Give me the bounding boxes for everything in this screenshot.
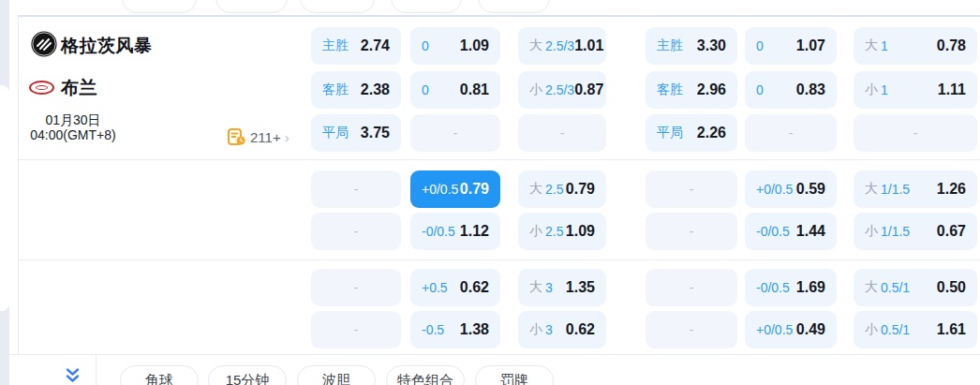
odds-value: 0.62 xyxy=(460,279,489,296)
away-team-logo xyxy=(29,81,54,95)
odds-cell[interactable]: 小2.5/30.87 xyxy=(518,71,606,109)
odds-cell[interactable]: +0/0.50.59 xyxy=(745,170,837,208)
odds-prefix: 小 xyxy=(865,321,878,338)
odds-label: -0/0.5 xyxy=(756,280,790,295)
odds-cell[interactable]: 小2.51.09 xyxy=(518,213,606,250)
odds-label: 小2.5/3 xyxy=(529,81,574,98)
odds-prefix: 小 xyxy=(529,223,542,240)
odds-prefix: 大 xyxy=(529,279,542,296)
top-market-pill[interactable] xyxy=(122,0,197,13)
odds-cell[interactable]: 客胜2.96 xyxy=(646,71,737,109)
odds-cell[interactable]: -0/0.51.44 xyxy=(745,213,837,250)
more-markets-count: 211+ xyxy=(250,129,281,145)
odds-value: 0.49 xyxy=(796,321,825,338)
dash: - xyxy=(354,280,359,295)
odds-cell[interactable]: 大2.50.79 xyxy=(518,170,606,208)
stats-odds-icon xyxy=(228,128,246,146)
odds-label: 0 xyxy=(756,82,764,97)
betting-match-row: 格拉茨风暴 布兰 01月30日 04:00(GMT+8) 211+ › 主胜2.… xyxy=(0,0,980,385)
collapse-button[interactable] xyxy=(58,368,86,385)
odds-label: +0.5 xyxy=(422,280,448,295)
odds-cell-empty: - xyxy=(854,114,977,152)
dash: - xyxy=(690,224,694,239)
odds-value: 1.07 xyxy=(796,37,825,54)
footer-tab-5[interactable]: 罚牌 xyxy=(475,365,554,385)
odds-value: 1.38 xyxy=(460,321,489,338)
odds-cell[interactable]: -0/0.51.69 xyxy=(745,269,837,306)
odds-value: 1.09 xyxy=(566,223,595,240)
odds-cell-empty: - xyxy=(646,311,737,348)
odds-label: 0 xyxy=(756,38,764,53)
odds-value: 0.78 xyxy=(937,37,966,54)
top-market-pill[interactable] xyxy=(391,0,462,13)
odds-cell[interactable]: 主胜3.30 xyxy=(646,27,737,65)
odds-value: 0.79 xyxy=(460,181,489,198)
odds-cell[interactable]: 大10.78 xyxy=(854,27,977,65)
more-markets-link[interactable]: 211+ › xyxy=(228,128,290,146)
odds-prefix: 大 xyxy=(529,37,542,54)
match-time: 04:00(GMT+8) xyxy=(17,127,129,142)
odds-cell[interactable]: 小1/1.50.67 xyxy=(854,213,977,250)
odds-prefix: 小 xyxy=(529,321,542,338)
odds-cell[interactable]: +0/0.50.79 xyxy=(410,170,500,208)
footer-tab-2[interactable]: 15分钟 xyxy=(208,365,287,385)
odds-cell-empty: - xyxy=(646,213,737,250)
odds-value: 0.67 xyxy=(937,223,966,240)
odds-label: 大2.5 xyxy=(529,181,563,198)
odds-cell[interactable]: 平局2.26 xyxy=(646,114,737,152)
odds-cell[interactable]: 小30.62 xyxy=(518,311,606,348)
odds-value: 0.59 xyxy=(796,181,825,198)
footer-tab-3[interactable]: 波胆 xyxy=(297,365,376,385)
odds-cell[interactable]: 01.09 xyxy=(410,27,500,65)
odds-label: 小0.5/1 xyxy=(865,321,910,338)
odds-cell-empty: - xyxy=(311,311,401,348)
footer-tab-1[interactable]: 角球 xyxy=(120,365,199,385)
odds-value: 1.12 xyxy=(460,223,489,240)
footer-tab-4[interactable]: 特色组合 xyxy=(386,365,465,385)
odds-value: 1.44 xyxy=(796,223,825,240)
odds-value: 1.09 xyxy=(460,37,489,54)
separator xyxy=(18,159,980,160)
page-gutter xyxy=(0,0,9,385)
odds-value: 0.62 xyxy=(566,321,595,338)
odds-value: 1.69 xyxy=(796,279,825,296)
home-team-name: 格拉茨风暴 xyxy=(61,34,153,58)
odds-cell[interactable]: 客胜2.38 xyxy=(311,71,401,109)
odds-label: 大3 xyxy=(529,279,553,296)
odds-cell[interactable]: 小11.11 xyxy=(854,71,977,109)
odds-cell[interactable]: -0/0.51.12 xyxy=(410,213,500,250)
odds-cell[interactable]: 大0.5/10.50 xyxy=(854,269,977,306)
odds-cell[interactable]: 00.83 xyxy=(745,71,837,109)
odds-cell-empty: - xyxy=(646,269,737,306)
odds-cell[interactable]: 大2.5/31.01 xyxy=(518,27,606,65)
odds-cell[interactable]: 01.07 xyxy=(745,27,837,65)
odds-value: 1.61 xyxy=(937,321,966,338)
odds-cell[interactable]: +0/0.50.49 xyxy=(745,311,837,348)
odds-cell[interactable]: 00.81 xyxy=(410,71,500,109)
odds-value: 3.75 xyxy=(361,125,390,141)
top-market-pill[interactable] xyxy=(478,0,550,13)
odds-cell-empty: - xyxy=(646,170,737,208)
top-market-pill[interactable] xyxy=(215,0,288,13)
odds-cell[interactable]: 小0.5/11.61 xyxy=(854,311,977,348)
odds-cell-empty: - xyxy=(311,213,401,250)
dash: - xyxy=(690,322,694,337)
odds-cell-empty: - xyxy=(311,269,401,306)
odds-label: 小1/1.5 xyxy=(865,223,910,240)
odds-label: 0 xyxy=(422,38,429,53)
odds-cell[interactable]: -0.51.38 xyxy=(410,311,500,348)
divider xyxy=(96,355,97,385)
odds-cell[interactable]: 大31.35 xyxy=(518,269,606,306)
odds-cell[interactable]: +0.50.62 xyxy=(410,269,500,306)
odds-cell[interactable]: 平局3.75 xyxy=(311,114,401,152)
top-market-pill[interactable] xyxy=(300,0,375,13)
odds-value: 1.35 xyxy=(566,279,595,296)
odds-label: 0 xyxy=(422,82,429,97)
odds-label: 主胜 xyxy=(657,37,683,54)
odds-cell[interactable]: 大1/1.51.26 xyxy=(854,170,977,208)
odds-value: 1.26 xyxy=(937,181,966,198)
dash: - xyxy=(354,322,359,337)
odds-cell[interactable]: 主胜2.74 xyxy=(311,27,401,65)
odds-label: -0.5 xyxy=(422,322,444,337)
odds-label: 大0.5/1 xyxy=(865,279,910,296)
